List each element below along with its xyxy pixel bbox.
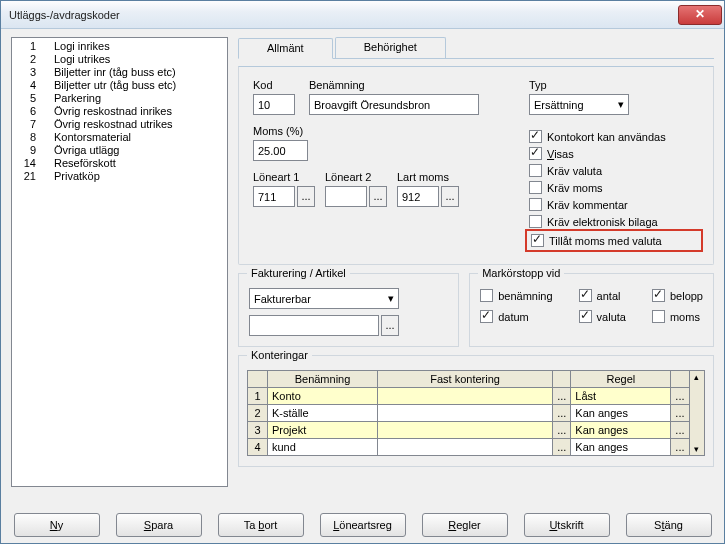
loneart2-input[interactable] bbox=[325, 186, 367, 207]
moms-label: Moms (%) bbox=[253, 125, 308, 137]
scroll-up-icon: ▴ bbox=[694, 372, 699, 382]
check-krav-kommentar[interactable]: Kräv kommentar bbox=[529, 197, 699, 212]
check-marker-moms[interactable]: moms bbox=[652, 309, 703, 324]
window-title: Utläggs-/avdragskoder bbox=[9, 9, 120, 21]
list-item[interactable]: 7Övrig reskostnad utrikes bbox=[16, 118, 223, 131]
kod-label: Kod bbox=[253, 79, 295, 91]
list-item[interactable]: 8Kontorsmaterial bbox=[16, 131, 223, 144]
fast-lookup-button[interactable]: ... bbox=[553, 439, 571, 456]
codes-listbox[interactable]: 1Logi inrikes2Logi utrikes3Biljetter inr… bbox=[11, 37, 228, 487]
regel-lookup-button[interactable]: ... bbox=[671, 422, 689, 439]
chevron-down-icon: ▾ bbox=[618, 98, 624, 111]
stang-button[interactable]: Stäng bbox=[626, 513, 712, 537]
lartmoms-lookup-button[interactable]: ... bbox=[441, 186, 459, 207]
titlebar: Utläggs-/avdragskoder ✕ bbox=[1, 1, 724, 29]
check-krav-valuta[interactable]: Kräv valuta bbox=[529, 163, 699, 178]
typ-label: Typ bbox=[529, 79, 699, 91]
loneart1-input[interactable] bbox=[253, 186, 295, 207]
regel-lookup-button[interactable]: ... bbox=[671, 388, 689, 405]
table-row[interactable]: 1Konto...Låst... bbox=[248, 388, 690, 405]
lartmoms-input[interactable] bbox=[397, 186, 439, 207]
check-visas[interactable]: Visas bbox=[529, 146, 699, 161]
list-item[interactable]: 9Övriga utlägg bbox=[16, 144, 223, 157]
highlight-frame: Tillåt moms med valuta bbox=[525, 229, 703, 252]
list-item[interactable]: 5Parkering bbox=[16, 92, 223, 105]
col-regel: Regel bbox=[571, 371, 671, 388]
table-row[interactable]: 2K-ställe...Kan anges... bbox=[248, 405, 690, 422]
check-marker-benamning[interactable]: benämning bbox=[480, 288, 552, 303]
fast-lookup-button[interactable]: ... bbox=[553, 405, 571, 422]
client-area: 1Logi inrikes2Logi utrikes3Biljetter inr… bbox=[1, 29, 724, 543]
list-item[interactable]: 4Biljetter utr (tåg buss etc) bbox=[16, 79, 223, 92]
tab-general[interactable]: Allmänt bbox=[238, 38, 333, 59]
close-button[interactable]: ✕ bbox=[678, 5, 722, 25]
button-bar: Ny Spara Ta bort Löneartsreg Regler Utsk… bbox=[11, 509, 714, 537]
col-benamning: Benämning bbox=[268, 371, 378, 388]
tab-permissions[interactable]: Behörighet bbox=[335, 37, 446, 58]
fast-lookup-button[interactable]: ... bbox=[553, 388, 571, 405]
regel-lookup-button[interactable]: ... bbox=[671, 439, 689, 456]
fakturering-legend: Fakturering / Artikel bbox=[247, 267, 350, 279]
check-krav-ebilaga[interactable]: Kräv elektronisk bilaga bbox=[529, 214, 699, 229]
check-krav-moms[interactable]: Kräv moms bbox=[529, 180, 699, 195]
markorstopp-group: Markörstopp vid benämning antal belopp d… bbox=[469, 273, 714, 347]
konteringar-table[interactable]: Benämning Fast kontering Regel 1Konto...… bbox=[247, 370, 690, 456]
check-marker-antal[interactable]: antal bbox=[579, 288, 626, 303]
check-marker-belopp[interactable]: belopp bbox=[652, 288, 703, 303]
scroll-down-icon: ▾ bbox=[694, 444, 699, 454]
col-fast: Fast kontering bbox=[378, 371, 553, 388]
list-item[interactable]: 21Privatköp bbox=[16, 170, 223, 183]
fakturering-group: Fakturering / Artikel Fakturerbar ▾ ... bbox=[238, 273, 459, 347]
artikel-input[interactable] bbox=[249, 315, 379, 336]
tabort-button[interactable]: Ta bort bbox=[218, 513, 304, 537]
window-frame: Utläggs-/avdragskoder ✕ 1Logi inrikes2Lo… bbox=[0, 0, 725, 544]
table-row[interactable]: 3Projekt...Kan anges... bbox=[248, 422, 690, 439]
markorstopp-legend: Markörstopp vid bbox=[478, 267, 564, 279]
list-item[interactable]: 14Reseförskott bbox=[16, 157, 223, 170]
check-tillat-moms-valuta[interactable]: Tillåt moms med valuta bbox=[531, 233, 697, 248]
loneart1-label: Löneart 1 bbox=[253, 171, 315, 183]
close-icon: ✕ bbox=[695, 7, 705, 21]
ny-button[interactable]: Ny bbox=[14, 513, 100, 537]
artikel-lookup-button[interactable]: ... bbox=[381, 315, 399, 336]
loneartsreg-button[interactable]: Löneartsreg bbox=[320, 513, 406, 537]
general-panel: Kod Benämning Moms (%) bbox=[238, 66, 714, 265]
loneart1-lookup-button[interactable]: ... bbox=[297, 186, 315, 207]
regel-lookup-button[interactable]: ... bbox=[671, 405, 689, 422]
list-item[interactable]: 3Biljetter inr (tåg buss etc) bbox=[16, 66, 223, 79]
chevron-down-icon: ▾ bbox=[388, 292, 394, 305]
typ-value: Ersättning bbox=[534, 99, 584, 111]
tabstrip: Allmänt Behörighet bbox=[238, 37, 714, 59]
fast-lookup-button[interactable]: ... bbox=[553, 422, 571, 439]
table-row[interactable]: 4kund...Kan anges... bbox=[248, 439, 690, 456]
list-item[interactable]: 1Logi inrikes bbox=[16, 40, 223, 53]
regler-button[interactable]: Regler bbox=[422, 513, 508, 537]
benamning-input[interactable] bbox=[309, 94, 479, 115]
moms-input[interactable] bbox=[253, 140, 308, 161]
konteringar-group: Konteringar Benämning Fast kontering Reg… bbox=[238, 355, 714, 467]
check-marker-valuta[interactable]: valuta bbox=[579, 309, 626, 324]
lartmoms-label: Lart moms bbox=[397, 171, 459, 183]
fakturering-combo[interactable]: Fakturerbar ▾ bbox=[249, 288, 399, 309]
loneart2-lookup-button[interactable]: ... bbox=[369, 186, 387, 207]
loneart2-label: Löneart 2 bbox=[325, 171, 387, 183]
konteringar-legend: Konteringar bbox=[247, 349, 312, 361]
typ-combo[interactable]: Ersättning ▾ bbox=[529, 94, 629, 115]
kod-input[interactable] bbox=[253, 94, 295, 115]
check-marker-datum[interactable]: datum bbox=[480, 309, 552, 324]
spara-button[interactable]: Spara bbox=[116, 513, 202, 537]
utskrift-button[interactable]: Utskrift bbox=[524, 513, 610, 537]
table-scrollbar[interactable]: ▴ ▾ bbox=[690, 370, 705, 456]
check-kontokort[interactable]: Kontokort kan användas bbox=[529, 129, 699, 144]
benamning-label: Benämning bbox=[309, 79, 509, 91]
list-item[interactable]: 2Logi utrikes bbox=[16, 53, 223, 66]
list-item[interactable]: 6Övrig reskostnad inrikes bbox=[16, 105, 223, 118]
